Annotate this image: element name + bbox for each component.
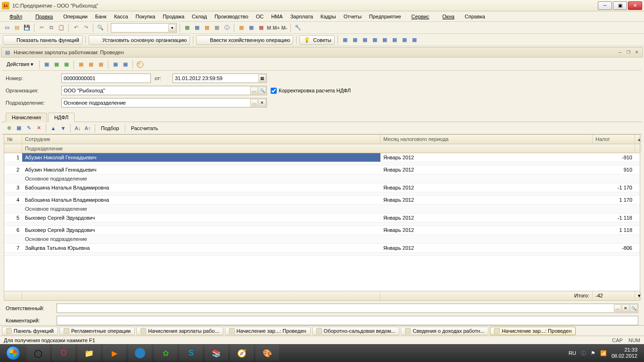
- table-row[interactable]: 1Абузин Николай ГеннадьевичЯнварь 2012-9…: [4, 153, 640, 162]
- move-up-icon[interactable]: ▲: [49, 124, 58, 132]
- dept-input[interactable]: Основное подразделение✕…: [61, 98, 267, 107]
- cut-icon[interactable]: ✂: [37, 24, 46, 32]
- taskbar-icq-icon[interactable]: ✿: [154, 345, 177, 361]
- maximize-button[interactable]: ▣: [613, 1, 627, 10]
- add-row-icon[interactable]: ⊕: [5, 124, 13, 132]
- wintab-accrual-1[interactable]: Начисление зар...: Проведен: [225, 327, 311, 335]
- taskbar-skype-icon[interactable]: S: [179, 345, 203, 361]
- org-search-icon[interactable]: 🔍: [258, 87, 266, 94]
- redo-icon[interactable]: ↷: [82, 24, 90, 32]
- taskbar-wmp-icon[interactable]: ▶: [103, 345, 126, 361]
- close-button[interactable]: ✕: [628, 1, 642, 10]
- ftb-icon-4[interactable]: ▦: [77, 60, 85, 69]
- table-row[interactable]: 4Бабошина Наталья ВладимировнаЯнварь 201…: [4, 196, 640, 205]
- tray-lang[interactable]: RU: [569, 350, 576, 356]
- menu-file[interactable]: Файл: [4, 13, 28, 20]
- scroll-up-icon[interactable]: ▴: [635, 135, 641, 144]
- tb-icon-4[interactable]: ▦: [213, 24, 221, 32]
- menu-os[interactable]: ОС: [253, 13, 267, 20]
- insert-row-icon[interactable]: ▦: [15, 124, 23, 132]
- tab-ndfl[interactable]: НДФЛ: [48, 113, 74, 122]
- new-icon[interactable]: ▭: [3, 24, 11, 32]
- table-row[interactable]: 7Зайцева Татьяна ЮрьевнаЯнварь 2012-806: [4, 244, 640, 253]
- table-row[interactable]: 2Абузин Николай ГеннадьевичЯнварь 201291…: [4, 165, 640, 174]
- tb2-icon-3[interactable]: ▦: [361, 36, 369, 44]
- dept-clear-icon[interactable]: ✕: [258, 99, 266, 107]
- paste-icon[interactable]: 📋: [57, 24, 66, 32]
- tb2-icon-6[interactable]: ▦: [390, 36, 399, 44]
- wintab-panel[interactable]: Панель функций: [2, 327, 58, 335]
- grid-body[interactable]: 1Абузин Николай ГеннадьевичЯнварь 2012-9…: [4, 153, 640, 291]
- wintab-accrual-2[interactable]: Начисление зар...: Проведен: [490, 327, 576, 335]
- taskbar-paint-icon[interactable]: 🎨: [256, 345, 279, 361]
- enter-operation-button[interactable]: Ввести хозяйственную операцию: [196, 35, 293, 45]
- table-subrow[interactable]: [4, 222, 640, 226]
- calendar-icon[interactable]: ▦: [247, 24, 256, 32]
- set-org-button[interactable]: Установить основную организацию: [89, 35, 190, 45]
- tb2-icon-5[interactable]: ▦: [380, 36, 389, 44]
- responsible-input[interactable]: 🔍✕…: [57, 304, 638, 313]
- scroll-down-icon[interactable]: ▾: [635, 291, 641, 300]
- wintab-income[interactable]: Сведения о доходах работн...: [401, 327, 488, 335]
- settings-icon[interactable]: 🔧: [294, 24, 302, 32]
- move-down-icon[interactable]: ▼: [59, 124, 67, 132]
- open-icon[interactable]: ▤: [13, 24, 21, 32]
- dept-select-icon[interactable]: …: [250, 99, 258, 107]
- correction-checkbox[interactable]: Корректировка расчета НДФЛ: [271, 88, 638, 94]
- actions-dropdown[interactable]: Действия ▾: [4, 60, 36, 68]
- delete-row-icon[interactable]: ✕: [34, 124, 43, 132]
- table-subrow[interactable]: Основное подразделение: [4, 174, 640, 183]
- menu-nma[interactable]: НМА: [268, 13, 285, 20]
- col-n[interactable]: №: [4, 135, 22, 144]
- calendar-picker-icon[interactable]: ▦: [258, 74, 266, 82]
- tab-accruals[interactable]: Начисления: [6, 113, 47, 122]
- mminus-button[interactable]: M-: [281, 25, 288, 31]
- show-panel-button[interactable]: Показать панель функций: [3, 35, 83, 45]
- minimize-button[interactable]: ─: [598, 1, 612, 10]
- table-row[interactable]: 5Быховер Сергей ЭдуардовичЯнварь 2012-1 …: [4, 214, 640, 222]
- ftb-post-icon[interactable]: ▦: [42, 60, 51, 69]
- menu-enterprise[interactable]: Предприятие: [366, 13, 404, 20]
- tray-clock[interactable]: 21:33 08.02.2012: [611, 347, 637, 359]
- taskbar-chrome-icon[interactable]: ◯: [26, 345, 50, 361]
- menu-operations[interactable]: Операции: [60, 13, 90, 20]
- table-subrow[interactable]: Основное подразделение: [4, 235, 640, 244]
- table-subrow[interactable]: [4, 162, 640, 165]
- taskbar-opera-icon[interactable]: O: [52, 345, 75, 361]
- table-subrow[interactable]: Основное подразделение: [4, 205, 640, 214]
- menu-sale[interactable]: Продажа: [160, 13, 187, 20]
- taskbar-explorer-icon[interactable]: 📁: [77, 345, 101, 361]
- col-dept[interactable]: Подразделение: [22, 144, 635, 153]
- edit-row-icon[interactable]: ✎: [25, 124, 33, 132]
- col-period[interactable]: Месяц налогового периода: [380, 135, 593, 144]
- menu-purchase[interactable]: Покупка: [133, 13, 158, 20]
- ftb-icon-3[interactable]: ▦: [62, 60, 71, 69]
- tray-flag-icon[interactable]: ⚑: [591, 350, 595, 356]
- undo-icon[interactable]: ↶: [72, 24, 80, 32]
- menu-help[interactable]: Справка: [462, 13, 488, 20]
- search-icon[interactable]: 🔍: [96, 24, 105, 32]
- tb-icon-3[interactable]: ▦: [203, 24, 211, 32]
- col-employee[interactable]: Сотрудник: [22, 135, 380, 144]
- table-subrow[interactable]: [4, 253, 640, 256]
- m-button[interactable]: M: [267, 25, 271, 31]
- org-select-icon[interactable]: …: [250, 87, 258, 94]
- tray-network-icon[interactable]: 📶: [600, 350, 607, 356]
- menu-edit[interactable]: Правка: [30, 13, 58, 20]
- advice-button[interactable]: 💡Советы: [299, 35, 334, 45]
- menu-warehouse[interactable]: Склад: [189, 13, 210, 20]
- table-row[interactable]: 6Быховер Сергей ЭдуардовичЯнварь 20121 1…: [4, 226, 640, 235]
- copy-icon[interactable]: ⧉: [47, 24, 56, 32]
- ftb-help-icon[interactable]: ?: [136, 60, 144, 69]
- table-subrow[interactable]: [4, 192, 640, 196]
- menu-hr[interactable]: Кадры: [318, 13, 339, 20]
- menu-salary[interactable]: Зарплата: [288, 13, 316, 20]
- ftb-icon-7[interactable]: ▦: [121, 60, 130, 69]
- ftb-icon-5[interactable]: ▦: [87, 60, 95, 69]
- doc-close-icon[interactable]: ✕: [633, 49, 641, 56]
- calc-button[interactable]: Рассчитать: [128, 125, 161, 131]
- taskbar-winrar-icon[interactable]: 📚: [205, 345, 228, 361]
- ftb-dkt-icon[interactable]: ▦: [97, 60, 105, 69]
- help-icon[interactable]: ⓘ: [223, 24, 231, 32]
- tb-icon-1[interactable]: ▦: [183, 24, 191, 32]
